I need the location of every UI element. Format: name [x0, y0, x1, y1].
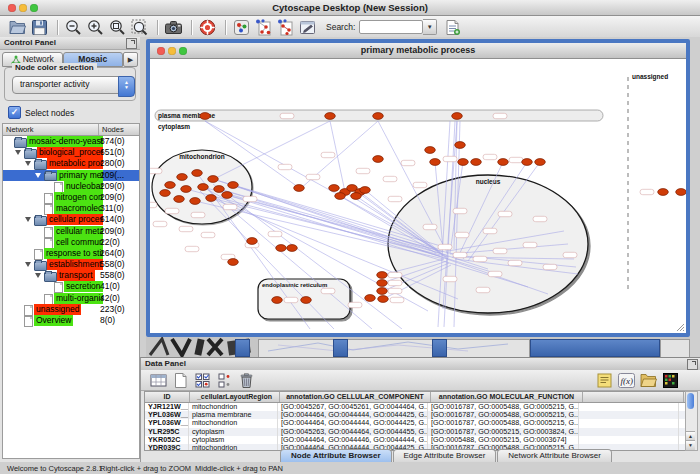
network-node[interactable] [458, 159, 469, 166]
scroll-down-icon[interactable]: ▼ [686, 440, 695, 450]
network-node[interactable] [658, 189, 669, 196]
zoom-window-icon[interactable] [30, 4, 38, 12]
network-node[interactable] [365, 295, 376, 302]
tree-row[interactable]: unassigned223(0) [3, 304, 139, 315]
tree-row[interactable]: cell communicat22(0) [3, 237, 139, 248]
close-window-icon[interactable] [8, 4, 16, 12]
table-row[interactable]: YPL036W__1mitochondrion[GO:0044464, GO:0… [145, 419, 688, 427]
network-node[interactable] [535, 159, 546, 166]
column-layout-icon[interactable] [149, 371, 168, 390]
help-icon[interactable] [198, 18, 217, 37]
formula-builder-icon[interactable]: f(x) [617, 371, 636, 390]
submit-window-icon[interactable] [298, 18, 317, 37]
create-attribute-icon[interactable] [171, 371, 190, 390]
column-header[interactable]: ID [145, 392, 190, 402]
tree-row[interactable]: metabolic process280(0) [3, 158, 139, 169]
network-node[interactable] [378, 296, 389, 303]
tree-row[interactable]: response to stimulu264(0) [3, 248, 139, 259]
network-node[interactable] [160, 190, 171, 197]
import-attributes-icon[interactable] [639, 371, 658, 390]
network-node[interactable] [174, 196, 185, 203]
network-node[interactable] [522, 159, 533, 166]
network-node[interactable] [430, 159, 441, 166]
network-node[interactable] [452, 113, 463, 120]
expand-arrow-icon[interactable] [25, 161, 31, 166]
network-node[interactable] [377, 288, 388, 295]
network-node[interactable] [208, 176, 219, 183]
column-header[interactable]: _cellularLayoutRegion [190, 392, 280, 402]
network-node[interactable] [335, 193, 346, 200]
snapshot-icon[interactable] [164, 18, 183, 37]
zoom-in-icon[interactable] [86, 18, 105, 37]
network-node[interactable] [247, 238, 258, 245]
open-icon[interactable] [8, 18, 27, 37]
tab-edge-attribute-browser[interactable]: Edge Attribute Browser [393, 449, 497, 462]
network-node[interactable] [200, 113, 211, 120]
minimize-view-icon[interactable] [168, 47, 176, 55]
network-node[interactable] [276, 245, 287, 252]
network-node[interactable] [228, 182, 239, 189]
network-node[interactable] [287, 245, 298, 252]
unselect-attributes-icon[interactable] [215, 371, 234, 390]
network-node[interactable] [192, 170, 203, 177]
scrollbar-thumb[interactable] [687, 393, 694, 409]
tab-node-attribute-browser[interactable]: Node Attribute Browser [280, 449, 392, 462]
tree-row[interactable]: secretion41(0) [3, 281, 139, 292]
select-attributes-icon[interactable] [193, 371, 212, 390]
tree-row[interactable]: macromolecule311(0) [3, 203, 139, 214]
float-data-panel-icon[interactable] [687, 359, 698, 370]
search-input[interactable] [359, 20, 423, 34]
network-node[interactable] [360, 187, 371, 194]
tree-row[interactable]: Overview8(0) [3, 315, 139, 326]
tree-row[interactable]: primary metabo209(... [3, 170, 139, 181]
network-node[interactable] [351, 193, 362, 200]
network-window-titlebar[interactable]: primary metabolic process [150, 43, 686, 59]
table-row[interactable]: YKR052Ccytoplasm[GO:0044464, GO:0044446,… [145, 436, 688, 444]
tab-network-attribute-browser[interactable]: Network Attribute Browser [497, 449, 611, 462]
network-node[interactable] [455, 142, 466, 149]
select-nodes-checkbox[interactable]: ✓ [8, 106, 21, 119]
save-icon[interactable] [30, 18, 49, 37]
network-node[interactable] [377, 272, 388, 279]
table-scrollbar[interactable]: ▲ ▼ [685, 391, 698, 451]
network-node[interactable] [198, 184, 209, 191]
delete-attribute-icon[interactable] [237, 371, 256, 390]
network-node[interactable] [222, 192, 233, 199]
zoom-view-icon[interactable] [179, 47, 187, 55]
zoom-out-icon[interactable] [64, 18, 83, 37]
expand-arrow-icon[interactable] [35, 273, 41, 278]
network-node[interactable] [228, 259, 239, 266]
network-node[interactable] [165, 182, 176, 189]
tree-row[interactable]: mosaic-demo-yeast874(0) [3, 136, 139, 147]
expand-arrow-icon[interactable] [25, 217, 31, 222]
tree-row[interactable]: nucleobase-209(0) [3, 181, 139, 192]
network-node[interactable] [471, 159, 482, 166]
table-row[interactable]: YJR121W__1mitochondrion[GO:0045267, GO:0… [145, 403, 688, 411]
tree-row[interactable]: cellular process614(0) [3, 214, 139, 225]
network-node[interactable] [325, 113, 336, 120]
tree-row[interactable]: multi-organism pro42(0) [3, 293, 139, 304]
tree-row[interactable]: nitrogen compo209(0) [3, 192, 139, 203]
network-node[interactable] [498, 159, 509, 166]
network-node[interactable] [377, 280, 388, 287]
minimize-window-icon[interactable] [19, 4, 27, 12]
matrix-view-icon[interactable] [661, 371, 680, 390]
network-node[interactable] [373, 156, 384, 163]
new-network-all-edges-icon[interactable] [254, 18, 273, 37]
network-node[interactable] [214, 186, 225, 193]
node-color-dropdown[interactable]: transporter activity ▲▼ [12, 76, 135, 94]
expand-arrow-icon[interactable] [25, 262, 31, 267]
tree-row[interactable]: transport558(0) [3, 270, 139, 281]
search-dropdown-icon[interactable]: ▼ [423, 19, 437, 35]
network-node[interactable] [190, 198, 201, 205]
network-node[interactable] [181, 186, 192, 193]
column-header[interactable] [583, 392, 684, 402]
tree-row[interactable]: establishment of lo558(0) [3, 259, 139, 270]
network-node[interactable] [272, 297, 283, 304]
new-network-selected-edges-icon[interactable] [276, 18, 295, 37]
float-panel-icon[interactable] [126, 38, 137, 49]
resize-grip-icon[interactable] [676, 323, 685, 332]
import-annotation-icon[interactable] [443, 18, 462, 37]
network-node[interactable] [373, 113, 384, 120]
network-canvas[interactable]: plasma membranecytoplasmmitochondrionnuc… [150, 59, 686, 329]
